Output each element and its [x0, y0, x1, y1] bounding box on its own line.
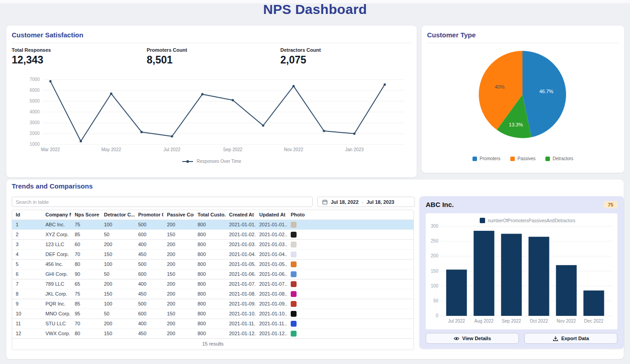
cell-detractor: 150 [100, 328, 135, 338]
table-row[interactable]: 11STU LLC702004002008002021-01-11...2021… [12, 319, 414, 328]
cell-photo [287, 269, 414, 279]
cell-detractor: 150 [100, 289, 135, 299]
customer-type-pie-chart: 46.7%13.3%40% [422, 44, 624, 153]
table-row[interactable]: 12VWX Corp.801504502008002021-01-12...20… [12, 328, 414, 338]
company-photo [291, 252, 297, 257]
date-range-start: Jul 18, 2022 [331, 199, 359, 205]
column-header[interactable]: Detractor C... [100, 210, 135, 220]
column-header[interactable]: Updated At [256, 210, 287, 220]
cell-total: 800 [194, 249, 225, 259]
pie-legend-item[interactable]: Passives [510, 156, 536, 161]
cell-passive: 200 [163, 328, 194, 338]
cell-passive: 200 [163, 299, 194, 309]
cell-company: XYZ Corp. [42, 229, 71, 239]
column-header[interactable]: Passive Count [163, 210, 194, 220]
legend-label: Detractors [553, 156, 573, 161]
column-header[interactable]: Total Custo... [194, 210, 225, 220]
cell-created: 2021-01-09... [225, 299, 256, 309]
svg-text:Jul 2022: Jul 2022 [448, 319, 465, 324]
cell-total: 800 [194, 239, 225, 249]
stat-label: Promoters Count [147, 47, 187, 53]
calendar-icon [322, 199, 328, 205]
cell-promotor: 450 [135, 289, 163, 299]
company-photo [291, 261, 297, 267]
legend-swatch [510, 157, 515, 161]
table-row[interactable]: 10MNO Corp.95506001508002021-01-10...202… [12, 309, 414, 319]
cell-created: 2021-01-10... [225, 309, 256, 319]
cell-detractor: 100 [100, 220, 135, 229]
cell-updated: 2021-01-07... [256, 279, 287, 289]
cell-nps: 80 [71, 259, 100, 269]
table-row[interactable]: 9PQR Inc.851005002008002021-01-09...2021… [12, 299, 414, 309]
svg-text:Jul 2022: Jul 2022 [163, 147, 180, 152]
export-data-button[interactable]: Export Data [524, 333, 617, 344]
cell-updated: 2021-01-09... [256, 299, 287, 309]
stat-total-responses: Total Responses 12,343 [12, 47, 51, 66]
cell-photo [287, 289, 414, 299]
cell-promotor: 600 [135, 269, 163, 279]
pie-legend-item[interactable]: Promoters [472, 156, 500, 161]
company-photo [291, 271, 297, 277]
cell-created: 2021-01-03... [225, 239, 256, 249]
cell-passive: 200 [163, 319, 194, 328]
column-header[interactable]: Company Na... [42, 210, 71, 220]
company-photo [291, 242, 297, 247]
table-row[interactable]: 3123 LLC602004002008002021-01-03...2021-… [12, 239, 414, 249]
pie-legend: PromotersPassivesDetractors [422, 156, 624, 161]
column-header[interactable]: Created At [225, 210, 256, 220]
column-header[interactable]: Nps Score [71, 210, 100, 220]
cell-detractor: 50 [100, 269, 135, 279]
svg-text:5000: 5000 [30, 99, 40, 103]
pie-legend-item[interactable]: Detractors [545, 156, 573, 161]
cell-id: 10 [12, 309, 42, 319]
cell-passive: 200 [163, 239, 194, 249]
company-photo [291, 281, 297, 287]
company-card-actions: View Details Export Data [426, 333, 617, 344]
stat-detractors-count: Detractors Count 2,075 [280, 47, 321, 66]
cell-updated: 2021-01-01... [256, 220, 287, 229]
date-range-picker[interactable]: Jul 18, 2022 - Jul 18, 2023 [317, 197, 415, 207]
cell-nps: 85 [71, 299, 100, 309]
column-header[interactable]: Photo [287, 210, 414, 220]
table-row[interactable]: 2XYZ Corp.85506001508002021-01-02...2021… [12, 229, 414, 239]
cell-nps: 80 [71, 328, 100, 338]
cell-photo [287, 220, 414, 229]
cell-photo [287, 299, 414, 309]
table-row[interactable]: 1ABC Inc.751005002008002021-01-01...2021… [12, 220, 414, 229]
eye-icon [454, 336, 459, 342]
cell-company: 123 LLC [42, 239, 71, 249]
line-legend-item[interactable]: Responses Over Time [6, 159, 417, 164]
cell-updated: 2021-01-03... [256, 239, 287, 249]
cell-promotor: 600 [135, 229, 163, 239]
cell-total: 800 [194, 279, 225, 289]
table-row[interactable]: 6GHI Corp.90506001508002021-01-06...2021… [12, 269, 414, 279]
cell-detractor: 100 [100, 259, 135, 269]
cell-total: 800 [194, 309, 225, 319]
cell-passive: 150 [163, 309, 194, 319]
cell-nps: 95 [71, 309, 100, 319]
cell-company: MNO Corp. [42, 309, 71, 319]
view-details-button[interactable]: View Details [426, 333, 519, 344]
table-row[interactable]: 5456 Inc.801005002008002021-01-05...2021… [12, 259, 414, 269]
search-input[interactable] [12, 197, 313, 207]
cell-photo [287, 309, 414, 319]
cell-company: 789 LLC [42, 279, 71, 289]
column-header[interactable]: Promotor Co... [135, 210, 163, 220]
svg-text:40%: 40% [495, 84, 504, 90]
svg-text:0: 0 [436, 313, 438, 318]
cell-promotor: 450 [135, 249, 163, 259]
cell-passive: 200 [163, 220, 194, 229]
column-header[interactable]: Id [12, 210, 42, 220]
table-row[interactable]: 7789 LLC652004002008002021-01-07...2021-… [12, 279, 414, 289]
cell-id: 4 [12, 249, 42, 259]
cell-id: 12 [12, 328, 42, 338]
legend-label: Promoters [480, 156, 500, 161]
line-legend-marker-icon [182, 159, 194, 164]
cell-updated: 2021-01-05... [256, 259, 287, 269]
cell-nps: 90 [71, 269, 100, 279]
company-name: ABC Inc. [426, 201, 454, 208]
cell-id: 1 [12, 220, 42, 229]
table-row[interactable]: 8JKL Corp.751504502008002021-01-08...202… [12, 289, 414, 299]
cell-updated: 2021-01-12... [256, 328, 287, 338]
table-row[interactable]: 4DEF Corp.701504502008002021-01-04...202… [12, 249, 414, 259]
